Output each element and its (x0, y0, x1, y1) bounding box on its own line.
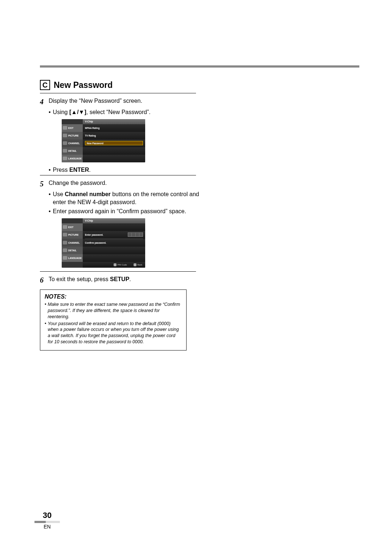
t: . (129, 276, 131, 282)
sub-text: Press ENTER. (53, 166, 203, 174)
back-icon (134, 263, 136, 266)
page-language: EN (36, 524, 58, 530)
osd-title: V-Chip (83, 218, 145, 223)
osd-left-header (62, 218, 83, 223)
label: PICTURE (68, 234, 79, 236)
section-title: New Password (54, 80, 113, 90)
t: To exit the setup, press (49, 276, 110, 282)
step-number: 4 (40, 97, 46, 107)
exit-icon (63, 225, 67, 229)
osd-menu-detail: DETAIL (62, 147, 83, 155)
key: SETUP (110, 276, 129, 282)
bullet-icon: • (45, 321, 46, 345)
page-number: 30 (36, 511, 58, 520)
bullet-icon: • (49, 207, 51, 215)
label: EXIT (68, 127, 73, 129)
osd-footer-back: Back (134, 263, 142, 266)
osd-item-newpassword-row: New Password (83, 139, 145, 147)
picture-icon (63, 134, 67, 137)
note-item: • Make sure to enter the exact same new … (45, 301, 182, 320)
osd-confirm-password-row: Confirm password. (83, 239, 145, 247)
detail-icon (63, 248, 67, 252)
osd-left-footer (62, 262, 83, 268)
sub-text: Use Channel number buttons on the remote… (53, 190, 203, 206)
osd-empty (83, 247, 145, 254)
osd-item-newpassword: New Password (85, 141, 143, 145)
picture-icon (63, 233, 67, 236)
notes-title: NOTES: (45, 293, 182, 300)
sub-text: Enter password again in “Confirm passwor… (53, 207, 203, 215)
label: PICTURE (68, 134, 79, 137)
osd-menu-language: LANGUAGE (62, 254, 83, 262)
keys: [▲/▼] (69, 109, 86, 115)
osd-item-tvrating: TV Rating (83, 132, 145, 139)
osd-menu-picture: PICTURE (62, 132, 83, 139)
label: PIN Code (118, 264, 127, 266)
note-text: Your password will be erased and return … (48, 321, 182, 345)
step-6: 6 To exit the setup, press SETUP. (40, 275, 203, 285)
step-5: 5 Change the password. (40, 179, 203, 189)
osd-menu-channel: CHANNEL (62, 139, 83, 147)
osd-menu-picture: PICTURE (62, 231, 83, 239)
step-4-sub-1: • Using [▲/▼], select “New Password”. (49, 108, 203, 116)
rule (40, 93, 196, 93)
osd-screenshot-1: V-Chip EXIT MPAA Rating PICTURE TV Ratin… (62, 119, 145, 162)
osd-spacer (83, 223, 145, 231)
step-text: To exit the setup, press SETUP. (49, 275, 203, 283)
osd-item-mpaa: MPAA Rating (83, 124, 145, 132)
label: EXIT (68, 226, 73, 228)
osd-confirm-label: Confirm password. (85, 242, 106, 244)
osd-password-input (128, 232, 143, 237)
osd-enter-password-row: Enter password. (83, 231, 145, 239)
step-5-sub-2: • Enter password again in “Confirm passw… (49, 207, 203, 215)
osd-title: V-Chip (83, 119, 145, 124)
footer-bar (34, 521, 60, 523)
t: . (89, 167, 90, 173)
osd-footer-pin: PIN Code (114, 263, 127, 266)
section-heading: C New Password (40, 80, 203, 90)
channel-icon (63, 241, 67, 244)
osd-left-header (62, 119, 83, 124)
label: LANGUAGE (68, 257, 82, 259)
label: CHANNEL (68, 242, 80, 244)
osd-empty (83, 155, 145, 162)
label: DETAIL (68, 150, 77, 152)
key: Channel number (65, 191, 111, 197)
step-number: 5 (40, 179, 46, 189)
t: Using (53, 109, 69, 115)
note-item: • Your password will be erased and retur… (45, 321, 182, 345)
rule (40, 175, 196, 175)
label: LANGUAGE (68, 157, 82, 160)
label: CHANNEL (68, 142, 80, 145)
sub-text: Using [▲/▼], select “New Password”. (53, 108, 203, 116)
step-number: 6 (40, 275, 46, 285)
t: , select “New Password”. (86, 109, 151, 115)
osd-menu-detail: DETAIL (62, 247, 83, 254)
manual-page: C New Password 4 Display the “New Passwo… (0, 0, 392, 555)
label: DETAIL (68, 249, 77, 252)
page-footer: 30 EN (36, 511, 58, 530)
step-4-sub-2: • Press ENTER. (49, 166, 203, 174)
top-rule (40, 65, 359, 68)
osd-footer: PIN Code Back (83, 262, 145, 268)
t: Press (53, 167, 69, 173)
osd-menu-exit: EXIT (62, 223, 83, 231)
bullet-icon: • (49, 190, 51, 198)
osd-menu-exit: EXIT (62, 124, 83, 132)
language-icon (63, 256, 67, 260)
osd-screenshot-2: V-Chip EXIT PICTURE Enter password. CHAN… (62, 218, 145, 268)
osd-menu-language: LANGUAGE (62, 155, 83, 162)
osd-empty (83, 147, 145, 155)
bullet-icon: • (49, 166, 51, 174)
step-5-sub-1: • Use Channel number buttons on the remo… (49, 190, 203, 206)
step-text: Display the “New Password” screen. (49, 97, 203, 105)
bullet-icon: • (49, 108, 51, 116)
label: Back (138, 264, 142, 266)
t: Use (53, 191, 65, 197)
step-text: Change the password. (49, 179, 203, 187)
osd-enter-label: Enter password. (85, 234, 103, 236)
keypad-icon (114, 263, 117, 266)
language-icon (63, 157, 67, 160)
notes-box: NOTES: • Make sure to enter the exact sa… (40, 289, 187, 351)
osd-menu-channel: CHANNEL (62, 239, 83, 247)
